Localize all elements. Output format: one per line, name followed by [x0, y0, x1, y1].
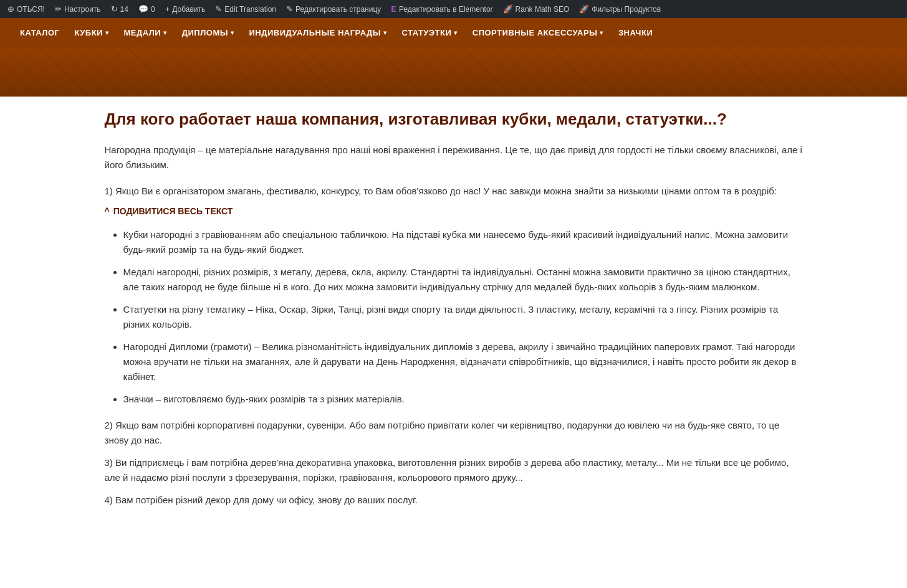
chevron-down-icon: ▾ — [231, 29, 234, 36]
bullet-statuetki: Статуетки на різну тематику – Ніка, Оска… — [123, 304, 779, 330]
nav-diplomy[interactable]: ДИПЛОМЫ ▾ — [175, 19, 242, 46]
admin-comments[interactable]: 💬 0 — [133, 0, 160, 18]
comments-count: 0 — [151, 5, 155, 14]
admin-updates[interactable]: ↻ 14 — [106, 0, 133, 18]
nav-statuetki-label: СТАТУЭТКИ — [402, 28, 452, 37]
updates-icon: ↻ — [111, 4, 118, 14]
edit-translation-icon: ✎ — [215, 4, 222, 14]
admin-rank-math[interactable]: 🚀 Rank Math SEO — [498, 0, 575, 18]
nav-sportivnye[interactable]: СПОРТИВНЫЕ АКСЕССУАРЫ ▾ — [465, 19, 611, 46]
nav-diplomy-label: ДИПЛОМЫ — [182, 28, 228, 37]
admin-product-filters[interactable]: 🚀 Фильтры Продуктов — [574, 0, 666, 18]
admin-customize[interactable]: ✏ Настроить — [50, 0, 106, 18]
chevron-down-icon: ▾ — [454, 29, 458, 36]
chevron-down-icon: ▾ — [105, 29, 109, 36]
rank-math-label: Rank Math SEO — [516, 5, 570, 14]
admin-site-name[interactable]: ⊕ ОТЬСЯ! — [2, 0, 50, 18]
rank-math-icon: 🚀 — [503, 4, 513, 14]
product-filters-icon: 🚀 — [579, 4, 589, 14]
nav-katalog-label: КАТАЛОГ — [20, 28, 59, 37]
paragraph-1: 1) Якщо Ви є організатором змагань, фест… — [105, 184, 803, 199]
product-filters-label: Фильтры Продуктов — [592, 5, 661, 14]
intro-paragraph: Нагородна продукція – це матеріальне наг… — [105, 143, 803, 173]
updates-count: 14 — [120, 5, 128, 14]
admin-elementor[interactable]: E Редактировать в Elementor — [386, 0, 497, 18]
list-item: Медалі нагородні, різних розмірів, з мет… — [123, 265, 803, 295]
nav-medali-label: МЕДАЛИ — [123, 28, 161, 37]
bullet-znachki: Значки – виготовляємо будь-яких розмірів… — [123, 394, 405, 404]
nav-statuetki[interactable]: СТАТУЭТКИ ▾ — [395, 19, 465, 46]
paragraph-4: 4) Вам потрібен різний декор для дому чи… — [105, 493, 803, 508]
features-list: Кубки нагородні з гравіюванням або спеці… — [105, 227, 803, 407]
elementor-label: Редактировать в Elementor — [399, 5, 493, 14]
hero-section — [0, 47, 907, 97]
chevron-up-icon: ^ — [105, 206, 110, 216]
nav-znachki[interactable]: ЗНАЧКИ — [611, 19, 660, 46]
comments-icon: 💬 — [138, 4, 148, 14]
nav-kubki-label: КУБКИ — [74, 28, 102, 37]
chevron-down-icon: ▾ — [383, 29, 387, 36]
paragraph-3: 3) Ви підприємець і вам потрібна дерев'я… — [105, 455, 803, 485]
chevron-down-icon: ▾ — [600, 29, 603, 36]
new-label: Добавить — [172, 5, 205, 14]
nav-kubki[interactable]: КУБКИ ▾ — [67, 19, 116, 46]
nav-katalog[interactable]: КАТАЛОГ — [12, 19, 67, 46]
customize-icon: ✏ — [55, 4, 62, 14]
chevron-down-icon: ▾ — [163, 29, 167, 36]
bullet-kubki: Кубки нагородні з гравіюванням або спеці… — [123, 229, 789, 255]
nav-sportivnye-label: СПОРТИВНЫЕ АКСЕССУАРЫ — [473, 28, 598, 37]
edit-translation-label: Edit Translation — [224, 5, 276, 14]
list-item: Кубки нагородні з гравіюванням або спеці… — [123, 227, 803, 257]
edit-page-label: Редактировать страницу — [295, 5, 381, 14]
admin-edit-translation[interactable]: ✎ Edit Translation — [210, 0, 281, 18]
elementor-icon: E — [391, 4, 396, 14]
edit-page-icon: ✎ — [286, 4, 293, 14]
list-item: Значки – виготовляємо будь-яких розмірів… — [123, 392, 803, 407]
see-more-label: ПОДИВИТИСЯ ВЕСЬ ТЕКСТ — [113, 206, 233, 216]
nav-individualnye-label: ИНДИВИДУАЛЬНЫЕ НАГРАДЫ — [249, 28, 381, 37]
see-more-toggle[interactable]: ^ ПОДИВИТИСЯ ВЕСЬ ТЕКСТ — [105, 206, 803, 216]
site-name-label: ОТЬСЯ! — [17, 5, 45, 14]
bullet-diplomy: Нагородні Дипломи (грамоти) – Велика різ… — [123, 341, 797, 382]
nav-medali[interactable]: МЕДАЛИ ▾ — [116, 19, 174, 46]
nav-individualnye[interactable]: ИНДИВИДУАЛЬНЫЕ НАГРАДЫ ▾ — [241, 19, 394, 46]
main-content: Для кого работает наша компания, изготав… — [80, 97, 828, 528]
bullet-medali: Медалі нагородні, різних розмірів, з мет… — [123, 267, 790, 292]
admin-edit-page[interactable]: ✎ Редактировать страницу — [281, 0, 386, 18]
list-item: Статуетки на різну тематику – Ніка, Оска… — [123, 302, 803, 332]
wp-icon: ⊕ — [7, 4, 14, 14]
list-item: Нагородні Дипломи (грамоти) – Велика різ… — [123, 339, 803, 384]
nav-znachki-label: ЗНАЧКИ — [618, 28, 653, 37]
admin-bar: ⊕ ОТЬСЯ! ✏ Настроить ↻ 14 💬 0 + Добавить… — [0, 0, 907, 18]
paragraph-2: 2) Якщо вам потрібні корпоративні подару… — [105, 418, 803, 448]
customize-label: Настроить — [64, 5, 101, 14]
page-title: Для кого работает наша компания, изготав… — [105, 109, 803, 130]
main-navigation: КАТАЛОГ КУБКИ ▾ МЕДАЛИ ▾ ДИПЛОМЫ ▾ ИНДИВ… — [0, 18, 907, 47]
admin-new[interactable]: + Добавить — [160, 0, 211, 18]
new-icon: + — [165, 4, 170, 14]
